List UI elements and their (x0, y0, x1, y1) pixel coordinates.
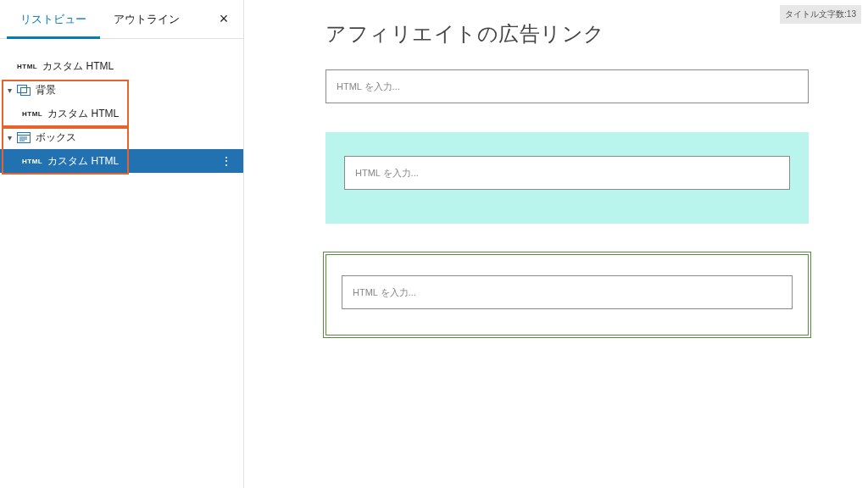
box-icon (17, 132, 31, 143)
tree-item-box-child-html-selected[interactable]: HTML カスタム HTML ⋮ (0, 149, 243, 173)
block-list-sidebar: リストビュー アウトライン × ▾ HTML カスタム HTML ▾ 背景 HT… (0, 0, 244, 488)
tree-item-background[interactable]: ▾ 背景 (0, 78, 243, 102)
tree-item-label: 背景 (36, 83, 56, 97)
tab-outline[interactable]: アウトライン (100, 0, 193, 39)
editor-content: アフィリエイトの広告リンク HTML を入力... HTML を入力... HT… (326, 20, 809, 336)
background-block[interactable]: HTML を入力... (326, 132, 809, 224)
background-icon (17, 85, 31, 96)
custom-html-input[interactable]: HTML を入力... (326, 69, 809, 103)
box-block[interactable]: HTML を入力... (326, 254, 809, 336)
tree-item-box[interactable]: ▾ ボックス (0, 125, 243, 149)
tree-item-label: カスタム HTML (47, 107, 119, 121)
placeholder-text: HTML を入力... (337, 80, 400, 93)
editor-canvas: タイトル文字数:13 アフィリエイトの広告リンク HTML を入力... HTM… (244, 0, 868, 488)
chevron-down-icon[interactable]: ▾ (2, 133, 17, 142)
svg-rect-0 (18, 85, 27, 92)
tab-list-view[interactable]: リストビュー (7, 0, 100, 39)
tree-item-background-child-html[interactable]: HTML カスタム HTML (0, 102, 243, 125)
custom-html-input[interactable]: HTML を入力... (342, 275, 793, 309)
chevron-down-icon[interactable]: ▾ (2, 86, 17, 95)
sidebar-tabs: リストビュー アウトライン × (0, 0, 243, 39)
placeholder-text: HTML を入力... (355, 167, 419, 180)
custom-html-input[interactable]: HTML を入力... (344, 156, 790, 190)
html-icon: HTML (22, 110, 42, 118)
close-icon[interactable]: × (211, 7, 236, 32)
tree-item-custom-html[interactable]: ▾ HTML カスタム HTML (0, 54, 243, 78)
html-icon: HTML (17, 63, 37, 70)
tree-item-label: カスタム HTML (47, 154, 119, 169)
tree-item-label: ボックス (36, 130, 76, 145)
html-icon: HTML (22, 158, 42, 165)
svg-rect-1 (21, 87, 31, 95)
title-char-count-badge: タイトル文字数:13 (780, 5, 861, 24)
block-tree: ▾ HTML カスタム HTML ▾ 背景 HTML カスタム HTML ▾ (0, 39, 243, 173)
more-options-icon[interactable]: ⋮ (216, 154, 236, 168)
placeholder-text: HTML を入力... (353, 286, 416, 299)
page-title[interactable]: アフィリエイトの広告リンク (326, 20, 809, 47)
tree-item-label: カスタム HTML (42, 59, 114, 74)
